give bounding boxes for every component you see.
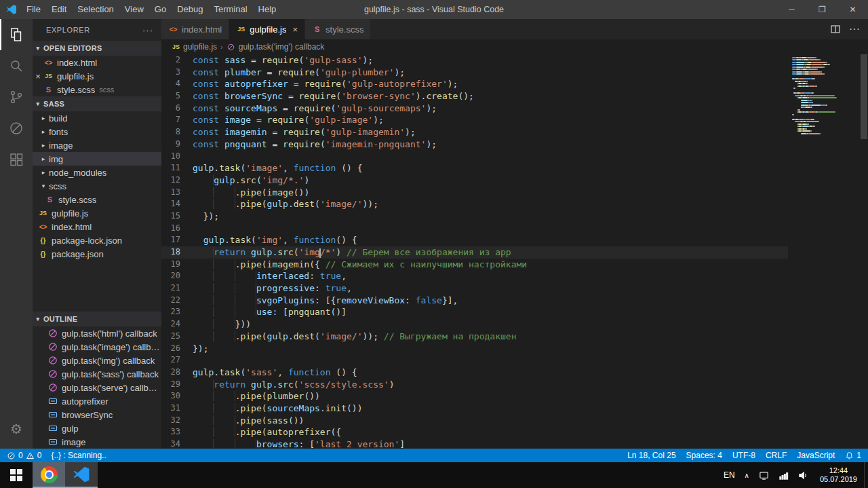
explorer-icon[interactable] [0, 19, 33, 50]
file-item-index.html[interactable]: <>index.html [33, 220, 161, 233]
settings-gear-icon[interactable]: ⚙ [0, 413, 33, 445]
split-editor-icon[interactable] [830, 24, 841, 35]
folder-section-header[interactable]: ▾ SASS [33, 96, 161, 111]
outline-item[interactable]: image [33, 435, 161, 449]
start-button[interactable] [0, 462, 33, 488]
outline-item[interactable]: gulp [33, 421, 161, 435]
eol-status[interactable]: CRLF [766, 451, 787, 460]
breadcrumb: JS gulpfile.js › gulp.task('img') callba… [161, 39, 868, 54]
file-item-package.json[interactable]: {}package.json [33, 247, 161, 261]
breadcrumb-symbol[interactable]: gulp.task('img') callback [239, 42, 325, 52]
outline-item[interactable]: gulp.task('sass') callback [33, 367, 161, 381]
code-line: 23 use: [pngquant()] [161, 306, 788, 318]
display-tray-icon[interactable] [754, 462, 774, 488]
outline-item[interactable]: autoprefixer [33, 394, 161, 408]
problems-status[interactable]: 0 0 [7, 451, 41, 460]
extensions-icon[interactable] [0, 144, 33, 175]
explorer-title: EXPLORER [46, 26, 90, 34]
taskbar-chrome-button[interactable] [33, 462, 65, 488]
activity-bar: ⚙ [0, 19, 33, 449]
menu-edit[interactable]: Edit [46, 0, 72, 19]
language-mode-status[interactable]: JavaScript [797, 451, 835, 460]
tab-gulpfile.js[interactable]: JSgulpfile.js× [229, 19, 305, 39]
breadcrumb-file[interactable]: gulpfile.js [183, 42, 217, 52]
encoding-status[interactable]: UTF-8 [732, 451, 755, 460]
line-number: 22 [161, 295, 193, 307]
code-line: 16 [161, 223, 788, 235]
scanning-status[interactable]: {..} : Scanning.. [51, 451, 106, 460]
outline-item-label: gulp.task('html') callback [62, 329, 157, 339]
file-name: style.scss [58, 195, 96, 205]
volume-tray-icon[interactable] [793, 462, 813, 488]
debug-icon[interactable] [0, 113, 33, 144]
line-content: const sass = require('gulp-sass'); [193, 54, 373, 67]
outline-item[interactable]: gulp.task('serve') callback [33, 381, 161, 394]
outline-item[interactable]: gulp.task('image') callback [33, 340, 161, 354]
line-content: interlaced: true, [193, 270, 347, 282]
folder-item-build[interactable]: ▸build [33, 111, 161, 125]
line-content: }); [193, 343, 208, 355]
menu-file[interactable]: File [21, 0, 46, 19]
file-item-gulpfile.js[interactable]: JSgulpfile.js [33, 206, 161, 220]
outline-item[interactable]: gulp.task('img') callback [33, 354, 161, 367]
taskbar-clock[interactable]: 12:44 05.07.2019 [813, 462, 864, 488]
folder-item-image[interactable]: ▸image [33, 138, 161, 152]
code-line: 11gulp.task('image', function () { [161, 162, 788, 174]
hidden-icons-chevron[interactable]: ∧ [740, 462, 754, 488]
show-desktop-button[interactable] [864, 462, 868, 488]
close-window-button[interactable]: ✕ [837, 0, 868, 19]
menu-terminal[interactable]: Terminal [208, 0, 252, 19]
menu-go[interactable]: Go [149, 0, 172, 19]
menu-view[interactable]: View [119, 0, 149, 19]
indentation-status[interactable]: Spaces: 4 [686, 451, 722, 460]
source-control-icon[interactable] [0, 81, 33, 113]
taskbar-vscode-button[interactable] [65, 462, 98, 488]
scrollbar-thumb[interactable] [861, 54, 867, 139]
code-editor[interactable]: 2const sass = require('gulp-sass');3cons… [161, 54, 788, 449]
explorer-more-icon[interactable]: ··· [142, 25, 153, 35]
open-editor-item[interactable]: <>index.html [33, 56, 161, 69]
folder-name: node_modules [49, 168, 106, 178]
open-editor-item[interactable]: Sstyle.scssscss [33, 83, 161, 96]
folder-item-node_modules[interactable]: ▸node_modules [33, 166, 161, 179]
search-icon[interactable] [0, 50, 33, 81]
more-actions-icon[interactable]: ··· [849, 23, 860, 35]
code-line: 3const plumber = require('gulp-plumber')… [161, 67, 788, 79]
system-tray: EN ∧ 12:44 05.07.2019 [719, 462, 868, 488]
status-bar: 0 0 {..} : Scanning.. Ln 18, Col 25 Spac… [0, 449, 868, 462]
line-number: 18 [161, 246, 193, 259]
close-icon[interactable]: × [33, 71, 43, 81]
input-language-indicator[interactable]: EN [719, 462, 740, 488]
outline-item[interactable]: browserSync [33, 408, 161, 421]
close-tab-icon[interactable]: × [292, 24, 298, 35]
chevron-right-icon: ▸ [38, 128, 49, 135]
cursor-position-status[interactable]: Ln 18, Col 25 [627, 451, 675, 460]
outline-header[interactable]: ▾ OUTLINE [33, 312, 161, 326]
tab-style.scss[interactable]: Sstyle.scss [305, 19, 371, 39]
outline-item-label: gulp.task('serve') callback [62, 383, 161, 393]
minimize-button[interactable]: ─ [776, 0, 807, 19]
open-editors-header[interactable]: ▾ OPEN EDITORS [33, 41, 161, 56]
editor-scrollbar[interactable] [860, 54, 868, 449]
line-content: const image = require('gulp-image'); [193, 114, 384, 126]
minimap[interactable] [788, 54, 860, 449]
outline-item[interactable]: gulp.task('html') callback [33, 326, 161, 340]
menu-selection[interactable]: Selection [72, 0, 119, 19]
folder-item-scss[interactable]: ▾scss [33, 179, 161, 193]
network-tray-icon[interactable] [774, 462, 793, 488]
restore-button[interactable]: ❐ [807, 0, 837, 19]
menu-help[interactable]: Help [253, 0, 282, 19]
folder-item-fonts[interactable]: ▸fonts [33, 125, 161, 138]
tab-index.html[interactable]: <>index.html [161, 19, 229, 39]
file-item-package-lock.json[interactable]: {}package-lock.json [33, 233, 161, 247]
file-item-style.scss[interactable]: Sstyle.scss [33, 193, 161, 206]
open-editor-item[interactable]: ×JSgulpfile.js [33, 69, 161, 83]
code-line: 4const autoprefixer = require('gulp-auto… [161, 78, 788, 90]
menu-debug[interactable]: Debug [172, 0, 208, 19]
notifications-status[interactable]: 1 [845, 451, 861, 460]
line-number: 21 [161, 282, 193, 295]
line-number: 7 [161, 114, 193, 126]
bell-icon [845, 451, 854, 460]
folder-item-img[interactable]: ▸img [33, 152, 161, 166]
html-file-icon: <> [43, 59, 54, 67]
